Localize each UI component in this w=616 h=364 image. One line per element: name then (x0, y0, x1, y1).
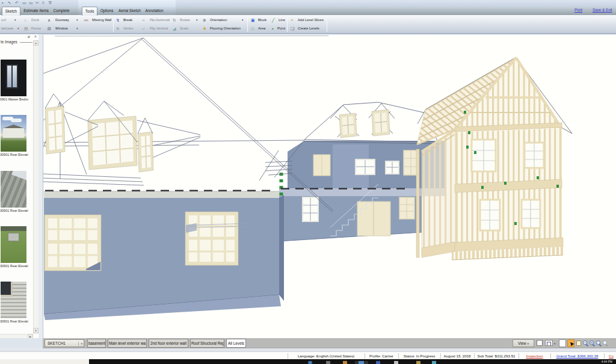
sidebar-vertical-scrollbar[interactable]: ▲ ▼ (33, 40, 38, 334)
app-window: ▪ ↖ ↶ ▭ ▭ ✂ ◊ ∇ Sketch Estimate Items Co… (0, 0, 616, 364)
group-separator (287, 16, 288, 32)
doorway-icon: ∧ (48, 17, 51, 23)
flooring-orientation-icon: ❖ (203, 25, 206, 32)
taskbar-app-icon[interactable] (394, 361, 398, 364)
area-icon: ◯ (251, 25, 254, 32)
tab-aerial-sketch[interactable]: Aerial Sketch (117, 7, 142, 15)
block-icon: ▣ (251, 17, 255, 23)
tab-annotation[interactable]: Annotation (144, 7, 165, 15)
taskbar-app-icon[interactable] (359, 361, 364, 364)
wall-mode-dropdown[interactable]: ▾ (554, 342, 556, 345)
far-corner-post (416, 149, 419, 258)
thumbnail-rear-elevation-2[interactable] (1, 171, 26, 208)
tool-inset (559, 339, 566, 347)
vertex-icon: ✕ (116, 25, 120, 32)
pin-icon[interactable]: ⌀ (28, 34, 30, 39)
thumbnail-master-bedroom[interactable] (1, 60, 26, 96)
orientation-icon: ⊕ (203, 17, 206, 23)
view-button[interactable]: View ▾ (513, 339, 534, 347)
quick-access-toolbar: ▪ ↖ ↶ ▭ ▭ ✂ ◊ ∇ (0, 0, 616, 7)
taskbar-app-icon[interactable] (343, 361, 347, 364)
status-bar: Language: English (United States) Profil… (0, 351, 616, 359)
tab-sketch[interactable]: Sketch (2, 7, 20, 16)
fence-icon: ▤ (24, 25, 28, 32)
close-icon[interactable]: × (34, 34, 37, 39)
copy-icon[interactable]: ▭ (22, 0, 26, 6)
estimate-images-panel: ⌀ × te Images ▲ ▼ ▶ 0901 Master Bedro 30… (0, 34, 38, 339)
taskbar-clock: 4:44 PM (601, 360, 612, 363)
timber-left-wall (422, 129, 456, 255)
level-bar-left-gap (0, 338, 43, 348)
thumbnail-rear-elevation-3[interactable] (1, 226, 26, 263)
thumbnail-caption: 30901 Rear Elevati (0, 319, 36, 323)
thumbnail-caption: 30901 Rear Elevati (0, 153, 36, 156)
windows-taskbar: 4:44 PM (0, 359, 616, 364)
zoom-extents-icon[interactable] (603, 341, 607, 345)
rotate-icon: ↻ (173, 17, 176, 23)
level-tab-all-levels[interactable]: All Levels (226, 339, 246, 348)
pan-hand-icon[interactable] (576, 341, 581, 346)
ribbon-toolbar: oof▾ ⌂Deck ∧Doorway▾ ⊐⊏Missing Wall tair… (0, 15, 616, 34)
level-tab-2nd-floor[interactable]: 2nd floor exterior wall (149, 339, 188, 348)
zoom-out-icon[interactable]: - (583, 341, 587, 345)
mid-house (279, 141, 445, 241)
wall-window-left (45, 215, 101, 271)
missing-wall-icon: ⊐⊏ (84, 17, 88, 23)
taskbar-app-icon[interactable] (432, 361, 436, 364)
level-tab-main-level[interactable]: Main level exterior wa (108, 339, 147, 348)
tab-tools[interactable]: Tools (82, 7, 97, 16)
taskbar-app-icon[interactable] (376, 361, 380, 364)
wall-mode-icon[interactable] (545, 340, 553, 346)
thumbnail-caption: 0901 Master Bedro (0, 97, 36, 101)
level-tab-basement[interactable]: basement (87, 339, 106, 348)
lock-icon[interactable]: ◊ (42, 0, 44, 6)
contextual-tab-highlight (78, 0, 176, 7)
save-exit-link[interactable]: Save & Exit (593, 8, 612, 12)
tab-complete[interactable]: Complete (51, 7, 72, 15)
title-rule (20, 42, 32, 43)
window-icon: ⊟ (48, 25, 51, 32)
sketch-canvas[interactable] (43, 35, 616, 339)
cursor-icon[interactable]: ↖ (8, 0, 11, 6)
flip-horizontal-icon: ◃▹ (142, 17, 145, 23)
taskbar-app-icon[interactable] (326, 361, 330, 364)
tab-estimate-items[interactable]: Estimate Items (23, 7, 49, 15)
group-separator (247, 16, 248, 32)
level-tab-bar: SKETCH1▾ basement Main level exterior wa… (0, 338, 616, 348)
deck-icon: ⌂ (24, 17, 26, 23)
thumbnail-caption: 30901 Rear Elevati (0, 264, 36, 268)
create-levels-icon: ❏ (291, 25, 294, 32)
break-icon: ↯ (116, 17, 120, 23)
add-level-slices-icon: ≡ (291, 17, 293, 23)
group-separator (327, 16, 327, 32)
sketch-3d-view (43, 35, 616, 339)
thumbnail-rear-elevation-1[interactable] (1, 115, 26, 152)
flip-vertical-icon: ▵▿ (142, 25, 145, 32)
scale-icon: ◢ (173, 25, 176, 32)
print-link[interactable]: Print (574, 8, 582, 12)
ribbon-tab-row: Sketch Estimate Items Complete Tools Opt… (0, 7, 616, 15)
group-separator (113, 16, 114, 32)
main-area: ⌀ × te Images ▲ ▼ ▶ 0901 Master Bedro 30… (0, 34, 616, 338)
grid-icon[interactable]: ▪ (2, 0, 3, 6)
pointer-tool-active[interactable] (567, 339, 574, 347)
paste-icon[interactable]: ▭ (29, 0, 33, 6)
line-icon: ╱ (272, 17, 274, 23)
taskbar-dark-region (89, 359, 616, 364)
sketch-selector[interactable]: SKETCH1▾ (45, 339, 84, 347)
point-icon: • (272, 25, 273, 32)
level-tab-roof-structural[interactable]: Roof Structural Repa (190, 339, 224, 348)
tab-options[interactable]: Options (98, 7, 116, 15)
zoom-window-icon[interactable] (596, 341, 600, 345)
taskbar-app-icon[interactable] (308, 361, 312, 364)
thumbnail-rear-elevation-4[interactable] (1, 282, 26, 318)
cut-icon[interactable]: ✂ (35, 0, 39, 6)
shape-icon[interactable]: ∇ (49, 0, 52, 6)
zoom-in-icon[interactable]: + (590, 341, 594, 345)
undo-icon[interactable]: ↶ (15, 0, 19, 6)
thumbnail-caption: 30901 Rear Elevati (0, 209, 36, 212)
taskbar-app-icon[interactable] (416, 361, 420, 364)
panel-title: te Images (1, 40, 17, 44)
select-rectangle-icon[interactable] (537, 340, 543, 346)
